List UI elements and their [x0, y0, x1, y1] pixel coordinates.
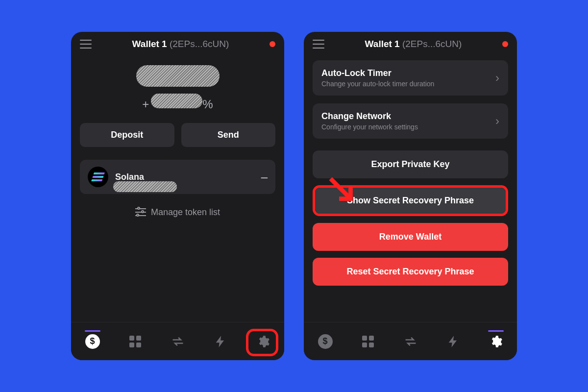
wallet-short-address: (2EPs...6cUN) — [170, 39, 229, 49]
chevron-right-icon: › — [495, 71, 499, 85]
export-private-key-button[interactable]: Export Private Key — [313, 150, 508, 178]
solana-icon — [88, 167, 108, 187]
wallet-settings-screen: Wallet 1 (2EPs...6cUN) Auto-Lock Timer C… — [304, 32, 517, 360]
menu-icon[interactable] — [313, 40, 324, 49]
security-button-stack: Export Private Key Show Secret Recovery … — [304, 150, 517, 286]
token-balance-redacted — [113, 181, 177, 192]
grid-icon — [362, 336, 374, 347]
tab-settings[interactable] — [252, 331, 274, 352]
tab-wallet[interactable]: $ — [82, 331, 103, 352]
sliders-icon — [135, 207, 146, 218]
bolt-icon — [214, 335, 227, 348]
row-subtitle: Configure your network settings — [321, 123, 490, 131]
tab-wallet[interactable]: $ — [315, 331, 336, 352]
action-button-row: Deposit Send — [71, 115, 284, 151]
wallet-name: Wallet 1 — [365, 39, 400, 49]
gear-icon — [256, 335, 270, 348]
grid-icon — [129, 336, 141, 347]
wallet-name: Wallet 1 — [132, 39, 167, 49]
reset-secret-phrase-button[interactable]: Reset Secret Recovery Phrase — [313, 258, 508, 286]
row-title: Auto-Lock Timer — [321, 68, 490, 78]
menu-icon[interactable] — [80, 40, 92, 49]
remove-wallet-button[interactable]: Remove Wallet — [313, 223, 508, 251]
connection-status-dot — [502, 41, 508, 47]
token-name: Solana — [115, 172, 144, 182]
row-title: Change Network — [321, 111, 490, 122]
manage-token-list-button[interactable]: Manage token list — [71, 194, 284, 230]
connection-status-dot — [270, 41, 275, 47]
pct-suffix: % — [202, 98, 213, 111]
dollar-icon: $ — [318, 334, 333, 349]
tab-activity[interactable] — [442, 331, 464, 352]
deposit-button[interactable]: Deposit — [80, 123, 174, 147]
tab-swap[interactable] — [400, 331, 421, 352]
annotation-highlight-show-phrase: Show Secret Recovery Phrase — [313, 185, 508, 216]
token-row-solana[interactable]: Solana – — [80, 160, 275, 194]
balance-area: +% — [71, 56, 284, 115]
manage-token-label: Manage token list — [151, 207, 220, 218]
dollar-icon: $ — [85, 334, 100, 349]
tab-settings[interactable] — [485, 331, 507, 352]
wallet-title[interactable]: Wallet 1 (2EPs...6cUN) — [98, 39, 263, 49]
gear-icon — [489, 335, 503, 348]
row-subtitle: Change your auto-lock timer duration — [321, 80, 490, 88]
settings-row-auto-lock[interactable]: Auto-Lock Timer Change your auto-lock ti… — [313, 60, 508, 96]
wallet-short-address: (2EPs...6cUN) — [402, 39, 462, 49]
bottom-tabbar: $ — [71, 322, 284, 360]
bolt-icon — [446, 335, 460, 348]
pct-redacted — [151, 94, 202, 108]
token-amount: – — [261, 170, 268, 184]
tab-swap[interactable] — [167, 331, 189, 352]
tab-activity[interactable] — [210, 331, 231, 352]
settings-list: Auto-Lock Timer Change your auto-lock ti… — [304, 56, 517, 139]
pct-prefix: + — [142, 98, 149, 111]
swap-icon — [404, 335, 417, 348]
wallet-home-screen: Wallet 1 (2EPs...6cUN) +% Deposit Send S… — [71, 32, 284, 360]
chevron-right-icon: › — [495, 114, 499, 128]
settings-row-change-network[interactable]: Change Network Configure your network se… — [313, 103, 508, 139]
send-button[interactable]: Send — [181, 123, 276, 147]
topbar: Wallet 1 (2EPs...6cUN) — [71, 32, 284, 56]
show-secret-phrase-button[interactable]: Show Secret Recovery Phrase — [315, 188, 506, 214]
balance-change-row: +% — [71, 94, 284, 111]
tab-collectibles[interactable] — [124, 331, 146, 352]
tab-collectibles[interactable] — [357, 331, 379, 352]
wallet-title[interactable]: Wallet 1 (2EPs...6cUN) — [331, 39, 495, 49]
balance-redacted — [136, 65, 220, 87]
swap-icon — [171, 335, 185, 348]
topbar: Wallet 1 (2EPs...6cUN) — [304, 32, 517, 56]
bottom-tabbar: $ — [304, 322, 517, 360]
